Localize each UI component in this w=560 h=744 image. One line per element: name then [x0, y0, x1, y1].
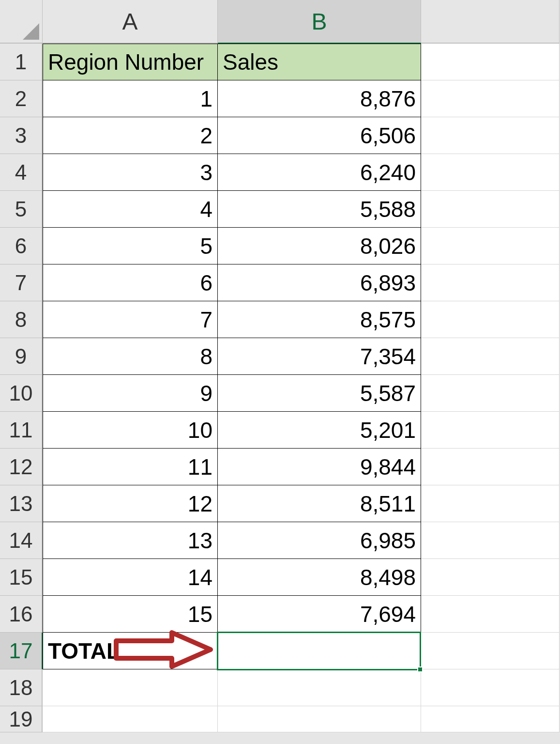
cell-C10[interactable]: [421, 375, 560, 412]
cell-B7[interactable]: 6,893: [218, 264, 421, 301]
row-header-8[interactable]: 8: [0, 301, 43, 338]
select-all-triangle-icon: [23, 23, 39, 40]
cell-A3[interactable]: 2: [43, 117, 218, 154]
cell-B11[interactable]: 5,201: [218, 412, 421, 449]
table-row: 11 10 5,201: [0, 412, 560, 449]
cell-A12[interactable]: 11: [43, 449, 218, 485]
row-header-7[interactable]: 7: [0, 264, 43, 301]
cell-A5[interactable]: 4: [43, 191, 218, 228]
cell-A4[interactable]: 3: [43, 154, 218, 191]
cell-B14[interactable]: 6,985: [218, 522, 421, 559]
row-header-4[interactable]: 4: [0, 154, 43, 191]
cell-A7[interactable]: 6: [43, 264, 218, 301]
table-row: 19: [0, 706, 560, 732]
row-header-15[interactable]: 15: [0, 559, 43, 596]
cell-C12[interactable]: [421, 449, 560, 485]
cell-A15[interactable]: 14: [43, 559, 218, 596]
cell-B9[interactable]: 7,354: [218, 338, 421, 375]
cell-C5[interactable]: [421, 191, 560, 228]
svg-marker-0: [23, 23, 39, 40]
column-header-row: A B: [0, 0, 560, 44]
cell-C11[interactable]: [421, 412, 560, 449]
cell-C2[interactable]: [421, 80, 560, 117]
row-header-18[interactable]: 18: [0, 669, 43, 706]
cell-B10[interactable]: 5,587: [218, 375, 421, 412]
table-row: 5 4 5,588: [0, 191, 560, 228]
column-header-C[interactable]: [421, 0, 560, 44]
table-row: 3 2 6,506: [0, 117, 560, 154]
table-row: 14 13 6,985: [0, 522, 560, 559]
cell-C7[interactable]: [421, 264, 560, 301]
table-row: 4 3 6,240: [0, 154, 560, 191]
table-row: 16 15 7,694: [0, 596, 560, 633]
cell-A2[interactable]: 1: [43, 80, 218, 117]
cell-C15[interactable]: [421, 559, 560, 596]
cell-B3[interactable]: 6,506: [218, 117, 421, 154]
cell-C9[interactable]: [421, 338, 560, 375]
row-header-3[interactable]: 3: [0, 117, 43, 154]
cell-A6[interactable]: 5: [43, 228, 218, 264]
row-header-10[interactable]: 10: [0, 375, 43, 412]
table-row: 6 5 8,026: [0, 228, 560, 264]
cell-C6[interactable]: [421, 228, 560, 264]
cell-C1[interactable]: [421, 44, 560, 80]
cell-B6[interactable]: 8,026: [218, 228, 421, 264]
row-header-2[interactable]: 2: [0, 80, 43, 117]
cell-B1[interactable]: Sales: [218, 44, 421, 80]
column-header-B[interactable]: B: [218, 0, 421, 44]
cell-C13[interactable]: [421, 485, 560, 522]
cell-C4[interactable]: [421, 154, 560, 191]
cell-B13[interactable]: 8,511: [218, 485, 421, 522]
cell-A9[interactable]: 8: [43, 338, 218, 375]
cell-B5[interactable]: 5,588: [218, 191, 421, 228]
cell-A16[interactable]: 15: [43, 596, 218, 633]
grid-body: 1 Region Number Sales 2 1 8,876 3 2 6,50…: [0, 44, 560, 732]
column-header-A[interactable]: A: [43, 0, 218, 44]
cell-A13[interactable]: 12: [43, 485, 218, 522]
cell-A17[interactable]: TOTAL: [43, 633, 218, 669]
row-header-5[interactable]: 5: [0, 191, 43, 228]
cell-A8[interactable]: 7: [43, 301, 218, 338]
cell-B19[interactable]: [218, 706, 421, 732]
cell-C18[interactable]: [421, 669, 560, 706]
cell-B4[interactable]: 6,240: [218, 154, 421, 191]
cell-B17[interactable]: [218, 633, 421, 669]
table-row: 17 TOTAL: [0, 633, 560, 669]
row-header-1[interactable]: 1: [0, 44, 43, 80]
cell-A18[interactable]: [43, 669, 218, 706]
cell-B8[interactable]: 8,575: [218, 301, 421, 338]
cell-A10[interactable]: 9: [43, 375, 218, 412]
cell-A11[interactable]: 10: [43, 412, 218, 449]
spreadsheet: A B 1 Region Number Sales 2 1 8,876 3 2 …: [0, 0, 560, 744]
cell-B12[interactable]: 9,844: [218, 449, 421, 485]
cell-A14[interactable]: 13: [43, 522, 218, 559]
select-all-corner[interactable]: [0, 0, 43, 44]
row-header-13[interactable]: 13: [0, 485, 43, 522]
row-header-14[interactable]: 14: [0, 522, 43, 559]
row-header-9[interactable]: 9: [0, 338, 43, 375]
table-row: 15 14 8,498: [0, 559, 560, 596]
cell-A19[interactable]: [43, 706, 218, 732]
cell-B15[interactable]: 8,498: [218, 559, 421, 596]
cell-A1[interactable]: Region Number: [43, 44, 218, 80]
row-header-19[interactable]: 19: [0, 706, 43, 732]
cell-C3[interactable]: [421, 117, 560, 154]
cell-B16[interactable]: 7,694: [218, 596, 421, 633]
row-header-16[interactable]: 16: [0, 596, 43, 633]
cell-B2[interactable]: 8,876: [218, 80, 421, 117]
cell-B18[interactable]: [218, 669, 421, 706]
cell-C17[interactable]: [421, 633, 560, 669]
cell-C14[interactable]: [421, 522, 560, 559]
row-header-12[interactable]: 12: [0, 449, 43, 485]
row-header-17[interactable]: 17: [0, 633, 43, 669]
table-row: 13 12 8,511: [0, 485, 560, 522]
row-header-11[interactable]: 11: [0, 412, 43, 449]
table-row: 9 8 7,354: [0, 338, 560, 375]
cell-C16[interactable]: [421, 596, 560, 633]
row-header-6[interactable]: 6: [0, 228, 43, 264]
table-row: 18: [0, 669, 560, 706]
table-row: 12 11 9,844: [0, 449, 560, 485]
cell-C8[interactable]: [421, 301, 560, 338]
cell-C19[interactable]: [421, 706, 560, 732]
table-row: 2 1 8,876: [0, 80, 560, 117]
